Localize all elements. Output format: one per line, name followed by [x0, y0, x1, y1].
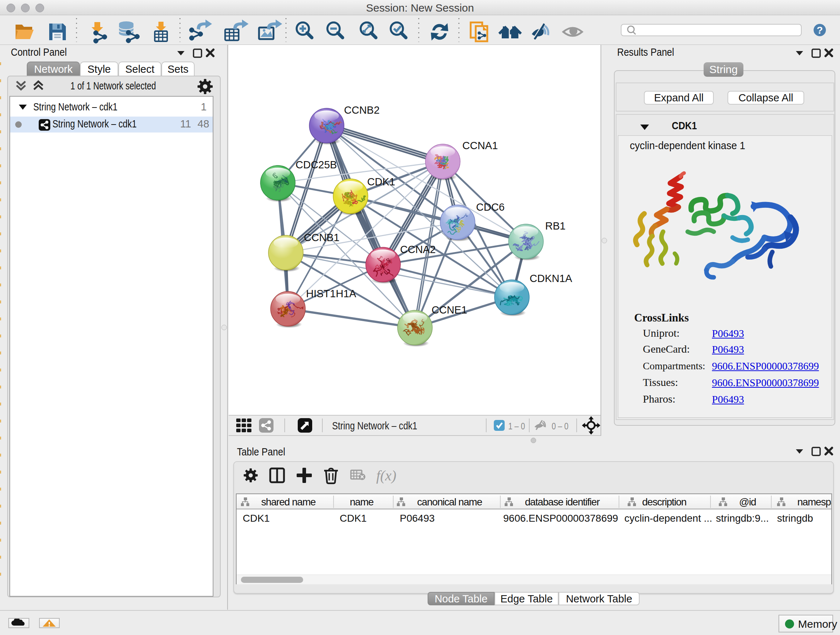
svg-text:@id: @id	[739, 496, 756, 508]
svg-text:RB1: RB1	[545, 220, 565, 232]
svg-text:?: ?	[816, 25, 823, 36]
svg-text:CDKN1A: CDKN1A	[530, 272, 572, 284]
svg-text:database identifier: database identifier	[525, 496, 600, 508]
svg-text:CDC6: CDC6	[476, 201, 505, 213]
svg-text:f(x): f(x)	[376, 467, 396, 484]
svg-text:CCNA2: CCNA2	[400, 244, 436, 255]
svg-text:CCNE1: CCNE1	[431, 304, 467, 316]
svg-text:canonical name: canonical name	[417, 496, 482, 508]
svg-text:CCNB1: CCNB1	[304, 232, 339, 243]
svg-text:CCNB2: CCNB2	[344, 104, 379, 116]
svg-text:CDC25B: CDC25B	[295, 159, 337, 171]
svg-text:namespac: namespac	[797, 496, 831, 508]
svg-text:shared name: shared name	[261, 496, 316, 508]
svg-text:CCNA1: CCNA1	[462, 140, 498, 151]
svg-text:CDK1: CDK1	[367, 176, 395, 187]
svg-text:description: description	[642, 496, 686, 508]
svg-text:name: name	[350, 496, 374, 508]
svg-text:HIST1H1A: HIST1H1A	[306, 288, 356, 299]
